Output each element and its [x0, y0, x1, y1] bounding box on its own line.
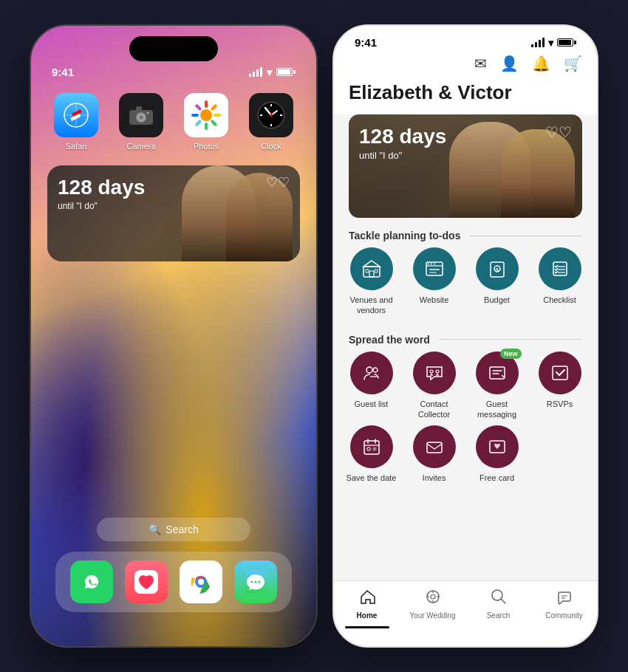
section2-grid: Guest list Contact Collector [334, 352, 597, 490]
widget-subtitle: until "I do" [58, 201, 290, 211]
app-camera[interactable]: Camera [112, 93, 170, 151]
camera-icon [119, 93, 163, 137]
svg-rect-14 [211, 103, 218, 111]
feature-guestlist[interactable]: Guest list [343, 352, 400, 420]
svg-point-61 [430, 370, 433, 373]
contact-collector-label: Contact Collector [406, 399, 463, 420]
svg-rect-67 [490, 367, 505, 379]
section1-header: Tackle planning to-dos [334, 218, 597, 247]
bell-icon[interactable]: 🔔 [532, 55, 550, 72]
venues-label: Venues and vendors [343, 295, 400, 316]
feature-contact-collector[interactable]: Contact Collector [406, 352, 463, 420]
svg-point-62 [436, 370, 439, 373]
nav-home[interactable]: Home [334, 589, 400, 628]
save-date-label: Save the date [347, 473, 397, 483]
svg-point-9 [139, 115, 143, 120]
nav-wedding-label: Your Wedding [409, 611, 455, 620]
feature-save-date[interactable]: Save the date [343, 425, 400, 483]
contact-collector-icon [413, 352, 456, 394]
home-nav-icon [359, 589, 375, 609]
website-icon [413, 247, 456, 290]
dynamic-island [129, 36, 218, 61]
svg-rect-68 [553, 366, 567, 380]
feature-checklist[interactable]: Checklist [531, 247, 588, 316]
feature-invites[interactable]: Invites [406, 425, 463, 483]
banner-until: until "I do" [359, 150, 446, 161]
venues-icon [350, 247, 393, 290]
svg-point-78 [431, 594, 435, 599]
guest-messaging-icon: New [476, 352, 519, 394]
svg-rect-42 [366, 270, 369, 272]
svg-point-29 [270, 114, 273, 117]
wedding-nav-icon [425, 589, 441, 609]
status-bar-left: 9:41 ▾ [31, 66, 316, 78]
app-grid: Safari Camera [31, 78, 316, 158]
budget-icon: $ [476, 247, 519, 290]
svg-point-38 [255, 581, 257, 583]
search-label-left: Search [165, 524, 198, 535]
svg-rect-49 [429, 269, 440, 270]
feature-website[interactable]: Website [406, 247, 463, 316]
svg-point-37 [251, 581, 253, 583]
nav-search-label: Search [487, 611, 511, 620]
nav-community[interactable]: Community [531, 589, 597, 628]
search-pill[interactable]: 🔍 Search [97, 518, 250, 541]
right-time: 9:41 [355, 36, 377, 49]
safari-label: Safari [66, 142, 87, 151]
feature-budget[interactable]: $ Budget [468, 247, 525, 316]
mail-icon[interactable]: ✉ [474, 55, 487, 72]
feature-free-card[interactable]: Free card [468, 425, 525, 483]
clock-icon [249, 93, 293, 137]
dock-messages[interactable] [234, 560, 277, 603]
dock-whatsapp[interactable] [70, 560, 113, 603]
section2-label: Spread the word [349, 334, 430, 346]
svg-rect-18 [194, 120, 202, 127]
guestlist-label: Guest list [355, 399, 389, 409]
svg-rect-16 [211, 120, 218, 127]
app-clock[interactable]: Clock [242, 93, 300, 151]
website-label: Website [420, 295, 449, 305]
safari-icon [54, 93, 98, 137]
section1-grid: Venues and vendors Website [334, 247, 597, 322]
days-widget[interactable]: 128 days until "I do" ♡♡ [47, 165, 300, 261]
nav-home-underline [345, 626, 389, 628]
banner-text: 128 days until "I do" [359, 125, 446, 161]
app-photos[interactable]: Photos [177, 93, 235, 151]
bottom-nav: Home Your Wedding [334, 580, 597, 646]
feature-guest-messaging[interactable]: New Guest messaging [468, 352, 525, 420]
feature-venues[interactable]: Venues and vendors [343, 247, 400, 316]
dock-area: 🔍 Search [31, 518, 316, 612]
widget-hearts: ♡♡ [266, 174, 290, 191]
app-safari[interactable]: Safari [47, 93, 105, 151]
svg-rect-13 [205, 100, 208, 108]
dock-chrome[interactable] [180, 560, 222, 603]
cart-icon[interactable]: 🛒 [564, 55, 582, 72]
couple-banner: 128 days until "I do" ♡♡ [349, 114, 582, 218]
search-icon-left: 🔍 [149, 524, 161, 535]
section1-line [469, 236, 582, 236]
nav-community-label: Community [545, 611, 583, 620]
rsvps-label: RSVPs [547, 399, 573, 409]
nav-search[interactable]: Search [465, 589, 531, 628]
feature-rsvps[interactable]: RSVPs [531, 352, 588, 420]
svg-rect-43 [375, 270, 378, 272]
community-nav-icon [556, 589, 573, 609]
guestlist-icon [350, 352, 393, 394]
svg-point-46 [428, 264, 429, 265]
new-badge: New [500, 349, 522, 359]
svg-rect-50 [429, 272, 437, 273]
widget-days: 128 days [58, 176, 290, 199]
right-phone: 9:41 ▾ ✉ 👤 🔔 🛒 Elizabeth & Victor [332, 24, 598, 648]
svg-point-59 [373, 368, 378, 372]
budget-label: Budget [484, 295, 510, 305]
svg-point-47 [431, 264, 432, 265]
person-icon[interactable]: 👤 [500, 55, 519, 72]
svg-rect-75 [427, 442, 442, 453]
free-card-label: Free card [479, 473, 514, 483]
dock-health[interactable] [125, 560, 168, 603]
svg-line-84 [501, 599, 505, 603]
invites-label: Invites [423, 473, 446, 483]
svg-point-11 [147, 112, 149, 114]
nav-your-wedding[interactable]: Your Wedding [400, 589, 465, 628]
svg-rect-73 [367, 448, 370, 450]
